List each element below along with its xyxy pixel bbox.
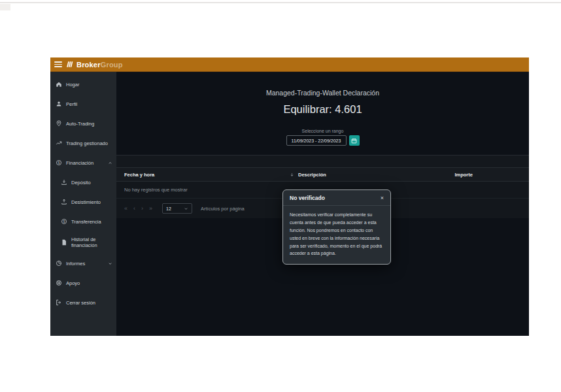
sidebar: Hogar Perfil Auto-Trading Trading gestio… [50,72,116,336]
table-toolbar [116,155,529,167]
sidebar-item-cerrar-sesion[interactable]: Cerrar sesión [50,293,116,312]
chevron-down-icon [184,206,188,211]
column-header-descripcion[interactable]: Descripción [290,172,454,178]
range-label: Seleccione un rango [116,129,529,133]
user-icon [56,101,62,107]
support-icon [56,280,62,286]
calendar-icon [351,136,357,146]
menu-icon[interactable] [54,61,62,67]
first-page-button[interactable]: « [124,206,128,212]
page-title: Managed-Trading-Wallet Declaración [116,89,529,97]
chevron-down-icon [108,261,112,266]
chevron-up-icon [108,161,112,165]
upload-icon [61,199,67,205]
last-page-button[interactable]: » [149,206,152,212]
sidebar-item-transferencia[interactable]: $ Transferencia [50,212,116,231]
modal-body-text: Necesitamos verificar completamente su c… [283,206,390,264]
money-circulation-icon: $ [61,218,67,225]
pin-icon [56,120,62,127]
topbar: BrokerGroup [50,57,529,72]
logout-icon [56,299,62,306]
page-top-stub [0,4,10,10]
document-icon [61,239,67,246]
column-header-importe[interactable]: Importe [454,172,529,178]
next-page-button[interactable]: › [141,206,143,212]
main-content: Managed-Trading-Wallet Declaración Equil… [116,72,529,336]
page-size-value: 12 [166,206,171,211]
sidebar-item-perfil[interactable]: Perfil [50,94,116,114]
not-verified-modal: No verificado × Necesitamos verificar co… [282,189,391,265]
page-top-divider [0,2,561,3]
brand[interactable]: BrokerGroup [66,60,123,69]
modal-header: No verificado × [283,190,390,206]
download-icon [61,179,67,186]
brand-logo-icon [66,60,75,69]
svg-text:$: $ [58,161,60,165]
sidebar-item-historial-financiacion[interactable]: Historial de financiación [50,231,116,253]
sidebar-item-informes[interactable]: Informes [50,253,116,273]
column-header-fecha[interactable]: Fecha y hora [116,172,290,178]
close-icon[interactable]: × [381,195,384,201]
trending-icon [56,140,62,146]
home-icon [56,81,62,88]
sidebar-item-auto-trading[interactable]: Auto-Trading [50,114,116,133]
sidebar-item-financiacion[interactable]: $ Financiación [50,153,116,172]
page-size-label: Artículos por página [201,206,245,212]
app-window: BrokerGroup Hogar Perfil Auto-Trading [50,57,529,336]
sidebar-item-deposito[interactable]: Depósito [50,172,116,192]
sidebar-item-apoyo[interactable]: Apoyo [50,273,116,293]
balance-value: Equilibrar: 4.601 [116,103,529,116]
money-circulation-icon: $ [56,159,62,166]
date-range-input[interactable] [286,135,347,146]
sidebar-item-trading-gestionado[interactable]: Trading gestionado [50,133,116,153]
calendar-button[interactable] [349,135,360,146]
modal-title: No verificado [290,195,325,201]
table-header-row: Fecha y hora Descripción Importe [116,167,529,182]
sidebar-item-desistimiento[interactable]: Desistimiento [50,192,116,212]
date-range-row [116,135,529,146]
svg-text:$: $ [63,220,65,223]
sidebar-item-hogar[interactable]: Hogar [50,74,116,94]
reports-icon [56,260,62,267]
page-size-select[interactable]: 12 [162,203,192,214]
brand-name: BrokerGroup [76,61,123,69]
prev-page-button[interactable]: ‹ [133,206,135,212]
sort-icon[interactable] [290,172,294,177]
